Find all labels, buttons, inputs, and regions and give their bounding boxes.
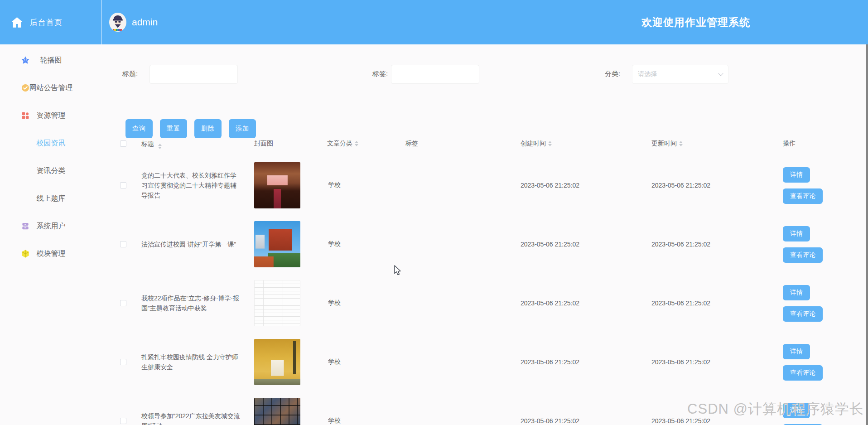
column-header-updated[interactable]: 更新时间 <box>651 140 780 148</box>
category-filter-label: 分类: <box>605 70 620 78</box>
column-header-label: 更新时间 <box>651 140 677 148</box>
row-title: 法治宣传进校园 讲好“开学第一课” <box>137 239 250 249</box>
column-header-tags: 标签 <box>405 140 521 148</box>
sidebar-menu: 轮播图 网站公告管理 资源管理 校园资讯 资讯分类 线上题库 系统用户 模块管理 <box>0 51 102 263</box>
row-created-time: 2023-05-06 21:25:02 <box>521 182 651 189</box>
row-title: 校领导参加“2022广东拉美友城交流周”活动 <box>137 411 250 425</box>
table-row: 我校22项作品在“立志·修身·博学·报国”主题教育活动中获奖 学校 2023-0… <box>116 274 843 333</box>
view-comments-button[interactable]: 查看评论 <box>783 365 823 381</box>
tag-filter-label: 标签: <box>372 70 388 78</box>
data-table: 标题 封面图 文章分类 标签 创建时间 更新时间 操作 党的二十大代表、校长刘雅… <box>116 131 843 425</box>
cover-image <box>254 221 300 267</box>
column-header-cover: 封面图 <box>250 140 327 148</box>
home-nav[interactable]: 后台首页 <box>0 0 102 44</box>
row-updated-time: 2023-05-06 21:25:02 <box>651 358 780 366</box>
badge-icon <box>21 83 30 92</box>
sidebar-item-online-question-bank[interactable]: 线上题库 <box>0 189 102 208</box>
table-header-row: 标题 封面图 文章分类 标签 创建时间 更新时间 操作 <box>116 131 843 156</box>
row-created-time: 2023-05-06 21:25:02 <box>521 417 651 425</box>
sort-caret-icon[interactable] <box>548 141 552 146</box>
table-body: 党的二十大代表、校长刘雅红作学习宣传贯彻党的二十大精神专题辅导报告 学校 202… <box>116 156 843 425</box>
sidebar-item-carousel[interactable]: 轮播图 <box>0 51 102 69</box>
table-row: 法治宣传进校园 讲好“开学第一课” 学校 2023-05-06 21:25:02… <box>116 215 843 274</box>
sidebar-item-label: 系统用户 <box>37 222 66 231</box>
user-box[interactable]: admin <box>102 13 158 32</box>
view-comments-button[interactable]: 查看评论 <box>783 247 823 263</box>
row-title: 党的二十大代表、校长刘雅红作学习宣传贯彻党的二十大精神专题辅导报告 <box>137 170 250 200</box>
detail-button[interactable]: 详情 <box>783 344 810 359</box>
sidebar-item-label: 校园资讯 <box>37 139 66 148</box>
sidebar-item-news-categories[interactable]: 资讯分类 <box>0 162 102 180</box>
sidebar-item-label: 资源管理 <box>37 111 66 121</box>
sidebar-item-label: 轮播图 <box>40 56 62 65</box>
archive-icon <box>21 222 30 231</box>
column-header-title[interactable]: 标题 <box>137 139 250 149</box>
home-label: 后台首页 <box>30 17 63 28</box>
row-category: 学校 <box>327 417 405 425</box>
row-updated-time: 2023-05-06 21:25:02 <box>651 182 780 189</box>
title-filter-label: 标题: <box>122 70 138 78</box>
cover-image <box>254 398 300 425</box>
sidebar-item-label: 模块管理 <box>37 249 66 259</box>
grid-icon <box>21 111 30 120</box>
row-updated-time: 2023-05-06 21:25:02 <box>651 299 780 307</box>
page-watermark: CSDN @计算机程序猿学长 <box>687 400 864 419</box>
category-select[interactable]: 请选择 <box>632 65 728 84</box>
tag-filter-input[interactable] <box>391 65 479 84</box>
column-header-category[interactable]: 文章分类 <box>327 140 405 148</box>
sidebar: 轮播图 网站公告管理 资源管理 校园资讯 资讯分类 线上题库 系统用户 模块管理 <box>0 44 102 425</box>
sidebar-item-label: 线上题库 <box>37 194 66 203</box>
title-filter-input[interactable] <box>149 65 238 84</box>
table-row: 扎紧扎牢校园疫情防线 全力守护师生健康安全 学校 2023-05-06 21:2… <box>116 333 843 391</box>
row-title: 扎紧扎牢校园疫情防线 全力守护师生健康安全 <box>137 352 250 372</box>
detail-button[interactable]: 详情 <box>783 167 810 183</box>
cover-image <box>254 162 300 208</box>
app-root: { "header": { "home": "后台首页", "username"… <box>0 0 868 425</box>
row-category: 学校 <box>327 299 405 307</box>
row-category: 学校 <box>327 240 405 248</box>
top-header: 后台首页 admin 欢迎使用作业管理系统 <box>0 0 868 44</box>
sort-caret-icon[interactable] <box>158 144 162 149</box>
cover-image <box>254 280 300 326</box>
column-header-label: 创建时间 <box>521 140 546 148</box>
column-header-label: 标题 <box>141 140 154 147</box>
star-icon <box>21 56 30 65</box>
detail-button[interactable]: 详情 <box>783 285 810 300</box>
row-created-time: 2023-05-06 21:25:02 <box>521 358 651 366</box>
sidebar-item-label: 资讯分类 <box>37 166 66 176</box>
row-checkbox[interactable] <box>120 241 126 247</box>
view-comments-button[interactable]: 查看评论 <box>783 306 823 322</box>
main-content: 标题: 标签: 分类: 请选择 查询重置删除添加 标题 封面图 文章分类 标签 … <box>102 44 868 425</box>
column-header-actions: 操作 <box>780 140 843 148</box>
sort-caret-icon[interactable] <box>355 141 358 146</box>
row-category: 学校 <box>327 358 405 366</box>
sidebar-item-site-announcements[interactable]: 网站公告管理 <box>0 79 102 97</box>
row-checkbox[interactable] <box>120 418 126 424</box>
sidebar-item-module-management[interactable]: 模块管理 <box>0 245 102 263</box>
sort-caret-icon[interactable] <box>679 141 683 146</box>
sidebar-item-label: 网站公告管理 <box>29 83 73 93</box>
vertical-scrollbar[interactable] <box>866 44 868 425</box>
column-header-created[interactable]: 创建时间 <box>521 140 651 148</box>
chevron-down-icon <box>718 71 723 76</box>
select-all-checkbox[interactable] <box>120 140 126 147</box>
detail-button[interactable]: 详情 <box>783 226 810 241</box>
column-header-label: 标签 <box>405 140 418 148</box>
row-checkbox[interactable] <box>120 300 126 306</box>
avatar <box>109 13 126 32</box>
row-created-time: 2023-05-06 21:25:02 <box>521 299 651 307</box>
column-header-label: 操作 <box>783 140 796 148</box>
cover-image <box>254 339 300 385</box>
sidebar-item-system-users[interactable]: 系统用户 <box>0 217 102 235</box>
view-comments-button[interactable]: 查看评论 <box>783 188 823 204</box>
cube-icon <box>21 249 30 258</box>
sidebar-item-campus-news[interactable]: 校园资讯 <box>0 134 102 152</box>
table-row: 党的二十大代表、校长刘雅红作学习宣传贯彻党的二十大精神专题辅导报告 学校 202… <box>116 156 843 215</box>
row-updated-time: 2023-05-06 21:25:02 <box>651 241 780 248</box>
category-select-placeholder: 请选择 <box>638 70 715 78</box>
row-checkbox[interactable] <box>120 359 126 365</box>
sidebar-item-resources[interactable]: 资源管理 <box>0 106 102 125</box>
row-checkbox[interactable] <box>120 182 126 188</box>
username: admin <box>132 17 158 28</box>
welcome-title: 欢迎使用作业管理系统 <box>641 15 868 29</box>
